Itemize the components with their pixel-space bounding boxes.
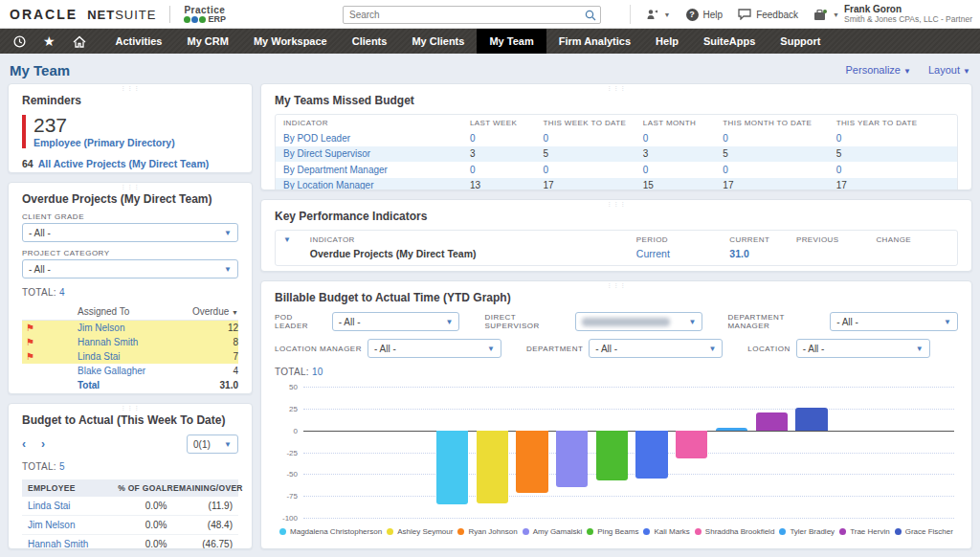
nav-tab-firm-analytics[interactable]: Firm Analytics [546,29,643,54]
reminder-secondary-link[interactable]: All Active Projects (My Direct Team) [38,158,210,169]
chart-bar-kali-marks[interactable] [635,431,667,479]
search-input[interactable] [343,6,601,24]
portlet-drag-handle[interactable]: ⋮⋮⋮ [607,85,627,91]
column-header[interactable]: LAST MONTH [643,119,724,127]
column-header[interactable]: THIS YEAR TO DATE [836,119,949,127]
nav-tab-my-team[interactable]: My Team [477,29,546,54]
nav-tab-my-clients[interactable]: My Clients [399,29,477,54]
nav-tab-my-crm[interactable]: My CRM [174,29,240,54]
metric-value[interactable]: 0 [643,165,724,175]
search-icon[interactable] [585,8,596,25]
employee-link[interactable]: Hannah Smith [28,539,114,549]
filter-select-location-manager[interactable]: - All -▼ [368,339,501,358]
caret-down-icon: ▼ [903,67,911,76]
chart-bar-grace-fischer[interactable] [795,408,827,431]
budget-total-value[interactable]: 5 [59,461,65,472]
portlet-drag-handle[interactable]: ⋮⋮⋮ [121,184,141,189]
legend-label: Amy Gamalski [533,527,583,536]
column-header[interactable]: PREVIOUS [796,235,877,244]
nav-tab-support[interactable]: Support [768,29,833,54]
chart-bar-ping-beams[interactable] [596,431,628,480]
pager-prev-button[interactable]: ‹ [22,437,26,451]
metric-value[interactable]: 0 [470,165,544,175]
column-header[interactable]: LAST WEEK [470,119,544,127]
indicator-link[interactable]: By Department Manager [283,165,470,175]
chart-bar-tyler-bradley[interactable] [716,428,747,431]
reminder-link[interactable]: Employee (Primary Directory) [33,137,238,148]
filter-select-department[interactable]: - All -▼ [589,339,723,358]
filter-select-direct-supervisor[interactable]: ▼ [575,312,703,331]
metric-value[interactable]: 0 [723,133,835,144]
indicator-link[interactable]: By POD Leader [283,133,470,144]
metric-value[interactable]: 0 [836,165,949,175]
kpi-period-link[interactable]: Current [636,248,729,259]
employee-link[interactable]: Hannah Smith [41,337,189,347]
metric-value[interactable]: 0 [836,133,949,144]
filter-select-project-category[interactable]: - All -▼ [22,259,238,278]
column-header-sorted[interactable]: Overdue ▼ [189,306,238,317]
filter-select-pod-leader[interactable]: - All -▼ [332,312,460,331]
shortcuts-star-icon[interactable]: ★ [43,34,56,48]
chart-bar-shraddha-brookfield[interactable] [676,431,707,458]
nav-tab-suiteapps[interactable]: SuiteApps [691,29,768,54]
employee-link[interactable]: Jim Nelson [41,323,189,333]
nav-tab-my-workspace[interactable]: My Workspace [241,29,340,54]
y-axis-tick: -50 [275,470,298,479]
employee-link[interactable]: Linda Stai [28,501,114,511]
metric-value[interactable]: 0 [543,165,642,175]
nav-tab-help[interactable]: Help [643,29,691,54]
column-header[interactable]: THIS MONTH TO DATE [723,119,835,127]
employee-link[interactable]: Linda Stai [41,351,189,362]
personalize-menu[interactable]: Personalize ▼ [846,64,911,76]
legend-item: Kali Marks [643,527,689,536]
indicator-link[interactable]: By Location Manager [283,180,470,190]
kpi-filter-icon[interactable]: ▼ [283,235,310,244]
metric-value[interactable]: 0 [543,133,642,144]
chart-bar-magdalena-christopherson[interactable] [436,431,468,505]
chart-bar-trae-hervin[interactable] [756,412,788,430]
indicator-link[interactable]: By Direct Supervisor [283,148,470,159]
chart-bar-ryan-johnson[interactable] [516,431,547,493]
user-menu[interactable]: ▼ Frank Goron Smith & Jones CPAs, LLC - … [813,4,972,25]
pager-dropdown[interactable]: 0(1)▼ [187,434,238,454]
chart-bar-amy-gamalski[interactable] [556,431,588,487]
filter-select-location[interactable]: - All -▼ [796,339,930,358]
filter-select-department-manager[interactable]: - All -▼ [830,312,958,331]
help-menu[interactable]: ? Help [686,9,724,21]
column-header[interactable]: Assigned To [41,306,189,317]
filter-select-client-grade[interactable]: - All -▼ [22,223,238,242]
metric-value[interactable]: 0 [723,165,835,175]
metric-value[interactable]: 0 [643,133,724,144]
column-header[interactable]: EMPLOYEE [28,483,114,493]
recent-records-icon[interactable] [13,35,26,48]
roles-menu[interactable]: ▼ [646,9,671,21]
column-header[interactable]: PERIOD [636,235,729,244]
column-header[interactable]: % OF GOAL [114,483,167,493]
feedback-menu[interactable]: Feedback [738,9,798,20]
portlet-drag-handle[interactable]: ⋮⋮⋮ [121,405,141,411]
employee-link[interactable]: Blake Gallagher [41,366,189,376]
filter-location-manager: LOCATION MANAGER- All -▼ [275,339,501,358]
column-header[interactable]: THIS WEEK TO DATE [543,119,642,127]
overdue-total-value[interactable]: 4 [59,287,65,298]
column-header[interactable]: CURRENT [729,235,796,244]
nav-tab-clients[interactable]: Clients [340,29,400,54]
filter-label: DEPARTMENT MANAGER [727,313,824,330]
nav-tab-activities[interactable]: Activities [103,29,175,54]
home-icon[interactable] [73,35,86,48]
column-header[interactable]: CHANGE [876,235,949,244]
layout-menu[interactable]: Layout ▼ [928,64,970,76]
kpi-current-link[interactable]: 31.0 [729,248,796,259]
chart-total-value[interactable]: 10 [312,367,323,377]
column-header[interactable]: REMAINING/OVER [167,483,233,493]
column-header[interactable]: INDICATOR [310,235,636,244]
portlet-drag-handle[interactable]: ⋮⋮⋮ [607,201,627,207]
portlet-drag-handle[interactable]: ⋮⋮⋮ [607,282,627,288]
metric-value[interactable]: 0 [470,133,544,144]
metric-value: 5 [836,148,949,159]
chart-bar-ashley-seymour[interactable] [477,431,508,504]
pager-next-button[interactable]: › [41,437,45,451]
portlet-drag-handle[interactable]: ⋮⋮⋮ [121,85,141,91]
employee-link[interactable]: Jim Nelson [28,520,114,530]
column-header[interactable]: INDICATOR [283,119,470,127]
